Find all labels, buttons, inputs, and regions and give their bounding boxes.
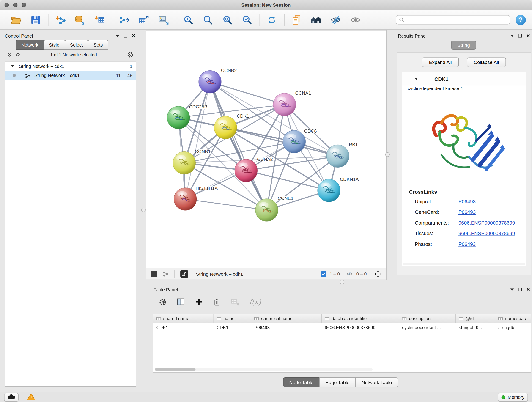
network-collection-row[interactable]: String Network – cdk1 1 — [5, 62, 136, 71]
table-options-gear-icon[interactable] — [158, 298, 167, 306]
tree-caret-icon[interactable] — [11, 65, 14, 68]
column-header--id[interactable]: @id — [456, 314, 495, 323]
column-header-database-identifier[interactable]: database identifier — [322, 314, 399, 323]
close-panel-icon[interactable]: × — [526, 34, 530, 38]
network-edge[interactable] — [185, 82, 210, 199]
expand-all-networks-icon[interactable] — [7, 52, 12, 57]
tab-node-table[interactable]: Node Table — [283, 377, 320, 387]
import-network-database-button[interactable] — [72, 12, 88, 27]
collapse-all-networks-icon[interactable] — [15, 52, 21, 57]
show-columns-icon[interactable] — [177, 298, 185, 306]
network-edge[interactable] — [210, 82, 285, 104]
splitter-handle[interactable] — [340, 280, 345, 284]
collapse-all-button[interactable]: Collapse All — [467, 57, 506, 67]
tab-edge-table[interactable]: Edge Table — [319, 377, 356, 387]
column-header-shared-name[interactable]: shared name — [153, 314, 214, 323]
hide-selected-button[interactable] — [328, 12, 344, 27]
network-node-CCNB2[interactable] — [199, 70, 221, 93]
network-row[interactable]: String Network – cdk1 11 48 — [5, 71, 136, 80]
export-network-button[interactable] — [117, 12, 133, 27]
export-image-button[interactable] — [156, 12, 172, 27]
open-session-button[interactable] — [8, 12, 24, 27]
scrollbar-thumb[interactable] — [155, 368, 196, 371]
panel-menu-icon[interactable] — [116, 35, 119, 37]
memory-button[interactable]: Memory — [498, 393, 528, 402]
network-node-CCNB1[interactable] — [173, 152, 196, 174]
tab-network[interactable]: Network — [16, 40, 44, 50]
minimize-window-button[interactable] — [13, 3, 18, 7]
network-node-CDC6[interactable] — [283, 130, 306, 153]
search-input[interactable] — [407, 17, 507, 22]
card-scrollbar[interactable] — [403, 263, 525, 265]
network-node-CCNA2[interactable] — [235, 159, 258, 182]
column-header-canonical-name[interactable]: canonical name — [251, 314, 322, 323]
crosslink-link[interactable]: P06493 — [458, 241, 476, 247]
refresh-view-button[interactable] — [264, 12, 280, 27]
network-options-gear-icon[interactable] — [127, 51, 134, 58]
warnings-button[interactable] — [27, 393, 36, 402]
export-table-button[interactable] — [136, 12, 152, 27]
network-node-CDC25B[interactable] — [167, 106, 190, 129]
duplicate-network-button[interactable] — [289, 12, 304, 27]
network-canvas[interactable]: CCNB2CCNA1CDC25BCDK1CDC6RB1CCNB1CCNA2CDK… — [146, 31, 386, 268]
tab-style[interactable]: Style — [44, 40, 65, 50]
cloud-button[interactable] — [4, 393, 19, 402]
network-node-CDK1[interactable] — [214, 116, 237, 139]
export-image-icon — [158, 15, 169, 25]
column-header-name[interactable]: name — [214, 314, 251, 323]
crosslink-link[interactable]: P06493 — [458, 198, 476, 204]
tab-string[interactable]: String — [451, 41, 476, 50]
tab-select[interactable]: Select — [64, 40, 88, 50]
splitter-handle[interactable] — [385, 153, 390, 157]
column-header-description[interactable]: description — [399, 314, 456, 323]
float-panel-icon[interactable] — [519, 34, 522, 38]
close-panel-icon[interactable]: × — [132, 34, 135, 38]
network-node-HIST1H1A[interactable] — [174, 188, 196, 211]
zoom-fit-button[interactable] — [220, 12, 235, 27]
share-icon[interactable] — [163, 271, 169, 277]
network-selection-status: 1 of 1 Network selected — [23, 52, 124, 57]
show-hidden-button[interactable] — [348, 12, 363, 27]
network-node-RB1[interactable] — [326, 145, 349, 167]
grid-icon[interactable] — [151, 270, 157, 277]
network-edge[interactable] — [185, 199, 267, 210]
network-node-CDKN1A[interactable] — [317, 179, 340, 202]
import-table-button[interactable] — [92, 12, 108, 27]
crosshair-icon[interactable] — [374, 270, 382, 278]
table-horizontal-scrollbar[interactable] — [155, 368, 373, 371]
crosslink-link[interactable]: P06493 — [458, 209, 476, 215]
splitter-handle[interactable] — [141, 208, 146, 212]
network-edge[interactable] — [210, 82, 267, 210]
zoom-out-button[interactable] — [200, 12, 216, 27]
open-in-new-icon[interactable] — [180, 269, 189, 278]
delete-table-icon[interactable] — [231, 298, 240, 306]
delete-column-trash-icon[interactable] — [213, 298, 222, 306]
table-row[interactable]: CDK1CDK1P064939606.ENSP00000378699cyclin… — [153, 323, 531, 332]
network-node-CCNE1[interactable] — [255, 199, 278, 221]
close-window-button[interactable] — [5, 3, 9, 7]
add-column-plus-icon[interactable] — [195, 298, 203, 306]
close-panel-icon[interactable]: × — [526, 287, 530, 292]
column-header-namespac[interactable]: namespac — [495, 314, 531, 323]
network-node-CCNA1[interactable] — [273, 93, 296, 116]
collapse-section-icon[interactable] — [414, 77, 418, 80]
zoom-selected-button[interactable] — [239, 12, 255, 27]
float-panel-icon[interactable] — [519, 288, 522, 291]
function-builder-button[interactable]: f(x) — [249, 298, 261, 306]
panel-menu-icon[interactable] — [510, 288, 514, 291]
float-panel-icon[interactable] — [124, 34, 127, 38]
panel-menu-icon[interactable] — [510, 35, 514, 37]
tab-sets[interactable]: Sets — [88, 40, 108, 50]
crosslink-label: GeneCard: — [415, 209, 459, 215]
expand-all-button[interactable]: Expand All — [422, 57, 458, 67]
open-folder-icon — [11, 15, 22, 25]
crosslink-link[interactable]: 9606.ENSP00000378699 — [458, 220, 515, 225]
tab-network-table[interactable]: Network Table — [355, 377, 398, 387]
zoom-in-button[interactable] — [181, 12, 196, 27]
save-session-button[interactable] — [28, 12, 44, 27]
crosslink-link[interactable]: 9606.ENSP00000378699 — [458, 230, 515, 236]
help-button[interactable]: ? — [515, 15, 526, 25]
import-network-file-button[interactable] — [53, 12, 69, 27]
home-view-button[interactable] — [308, 12, 324, 27]
maximize-window-button[interactable] — [22, 3, 26, 7]
